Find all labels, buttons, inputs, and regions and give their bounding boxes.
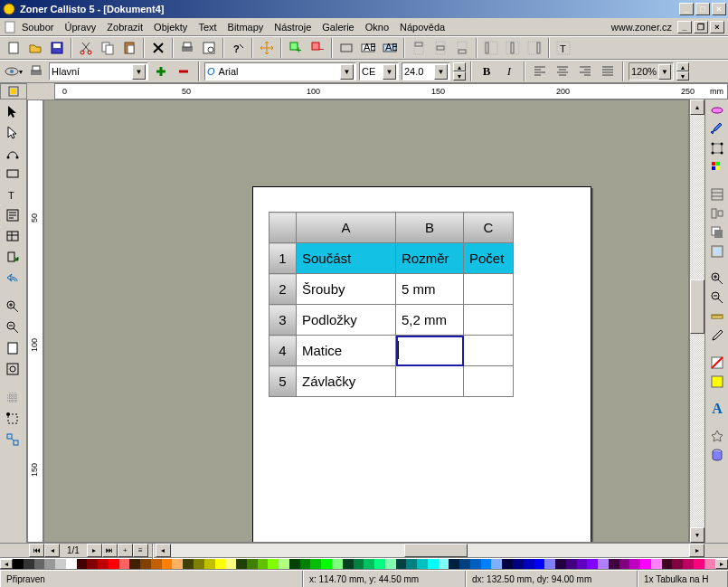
color-swatch[interactable]	[236, 559, 247, 569]
align-justify-button[interactable]	[598, 62, 618, 81]
textbox2-button[interactable]: ABC	[380, 38, 400, 58]
color-swatch[interactable]	[87, 559, 98, 569]
col-right-button[interactable]	[525, 38, 544, 58]
color-swatch[interactable]	[640, 559, 651, 569]
text-tool-button[interactable]: T	[553, 38, 573, 58]
gallery-panel-tool[interactable]	[707, 242, 727, 260]
lang-combo[interactable]: CE▼	[359, 62, 399, 80]
zoom-out-tool[interactable]	[2, 317, 24, 337]
color-swatch[interactable]	[109, 559, 119, 569]
col-header-a[interactable]: A	[297, 213, 396, 243]
col-header-b[interactable]: B	[396, 213, 464, 243]
row-header-1[interactable]: 1	[269, 243, 297, 274]
color-swatch[interactable]	[321, 559, 332, 569]
row-header-3[interactable]: 3	[269, 305, 297, 336]
color-swatch[interactable]	[598, 559, 609, 569]
zoom-in-tool[interactable]	[2, 297, 24, 317]
color-swatch[interactable]	[55, 559, 66, 569]
menu-napoveda[interactable]: Nápověda	[394, 20, 450, 34]
cell-c3[interactable]	[464, 305, 514, 336]
zoom-out-right[interactable]	[707, 289, 727, 307]
doc-minimize-button[interactable]: _	[677, 21, 692, 33]
align-top-button[interactable]	[409, 38, 429, 58]
color-swatch[interactable]	[544, 559, 555, 569]
color-swatch[interactable]	[396, 559, 407, 569]
color-swatch[interactable]	[151, 559, 162, 569]
cut-button[interactable]	[76, 38, 96, 58]
layer-combo[interactable]: Hlavní▼	[49, 62, 148, 80]
insert-tool[interactable]	[2, 247, 24, 267]
text-a-icon[interactable]: A	[707, 400, 727, 418]
dropdown-icon[interactable]: ▼	[434, 64, 448, 80]
color-swatch[interactable]	[459, 559, 470, 569]
color-swatch[interactable]	[481, 559, 492, 569]
row-header-4[interactable]: 4	[269, 336, 297, 366]
grid-tool[interactable]	[2, 388, 24, 408]
color-swatch[interactable]	[343, 559, 354, 569]
cell-a4[interactable]: Matice	[297, 336, 396, 366]
color-swatch[interactable]	[44, 559, 55, 569]
canvas[interactable]: A B C 1 Součást Rozměr Počet 2 Šroub	[43, 99, 689, 543]
color-swatch[interactable]	[183, 559, 194, 569]
color-swatch[interactable]	[513, 559, 524, 569]
layers-panel-tool[interactable]	[707, 185, 727, 204]
shadow-panel-tool[interactable]	[707, 223, 727, 241]
color-swatch[interactable]	[704, 559, 715, 569]
row-header-5[interactable]: 5	[269, 366, 297, 397]
color-swatch[interactable]	[268, 559, 279, 569]
color-swatch[interactable]	[162, 559, 173, 569]
maximize-button[interactable]: □	[695, 3, 710, 15]
color-swatch[interactable]	[24, 559, 34, 569]
italic-button[interactable]: I	[499, 62, 519, 81]
zoom-page-tool[interactable]	[2, 338, 24, 358]
first-page-button[interactable]: ⏮	[29, 544, 44, 557]
color-swatch[interactable]	[204, 559, 215, 569]
zoom-up-button[interactable]: ▴	[676, 62, 689, 71]
print-button[interactable]	[177, 38, 197, 58]
cell-a5[interactable]: Závlačky	[297, 366, 396, 397]
fill-tool[interactable]	[707, 101, 727, 119]
hscroll-track[interactable]	[171, 544, 689, 557]
dropdown-icon[interactable]: ▼	[383, 64, 396, 80]
color-swatch[interactable]	[629, 559, 640, 569]
close-button[interactable]: ×	[712, 3, 726, 15]
cell-c1[interactable]: Počet	[464, 243, 514, 274]
minimize-button[interactable]: _	[679, 3, 694, 15]
align-panel-tool[interactable]	[707, 204, 727, 222]
bold-button[interactable]: B	[477, 62, 496, 81]
text-tool[interactable]: T	[2, 185, 24, 204]
menu-text[interactable]: Text	[193, 20, 222, 34]
color-swatch[interactable]	[194, 559, 204, 569]
color-swatch[interactable]	[66, 559, 77, 569]
data-table[interactable]: A B C 1 Součást Rozměr Počet 2 Šroub	[269, 212, 514, 397]
add-page-button[interactable]: +	[118, 544, 133, 557]
undo-tool[interactable]	[2, 268, 24, 288]
scroll-left-button[interactable]: ◂	[156, 544, 171, 557]
color-swatch[interactable]	[555, 559, 566, 569]
color-swatch[interactable]	[577, 559, 588, 569]
menu-bitmapy[interactable]: Bitmapy	[222, 20, 269, 34]
color-swatch[interactable]	[619, 559, 630, 569]
cell-b2[interactable]: 5 mm	[396, 274, 464, 305]
color-swatch[interactable]	[119, 559, 130, 569]
menu-soubor[interactable]: Soubor	[16, 20, 59, 34]
scroll-up-button[interactable]: ▴	[690, 99, 704, 115]
color-swatch[interactable]	[534, 559, 545, 569]
color-swatch[interactable]	[289, 559, 300, 569]
color-swatch[interactable]	[491, 559, 502, 569]
shape-rect-button[interactable]	[336, 38, 356, 58]
vertical-scrollbar[interactable]: ▴ ▾	[689, 99, 704, 543]
color-swatch[interactable]	[662, 559, 673, 569]
curve-tool[interactable]	[2, 143, 24, 163]
zoom-down-button[interactable]: ▾	[676, 71, 689, 80]
menu-galerie[interactable]: Galerie	[317, 20, 359, 34]
font-combo[interactable]: OArial▼	[204, 62, 356, 80]
align-right-button[interactable]	[575, 62, 595, 81]
vendor-url[interactable]: www.zoner.cz	[611, 22, 672, 33]
dropdown-icon[interactable]: ▼	[132, 64, 146, 80]
print-icon[interactable]	[26, 62, 46, 81]
cell-a1[interactable]: Součást	[297, 243, 396, 274]
cell-a2[interactable]: Šrouby	[297, 274, 396, 305]
menu-okno[interactable]: Okno	[360, 20, 394, 34]
color-swatch[interactable]	[439, 559, 449, 569]
